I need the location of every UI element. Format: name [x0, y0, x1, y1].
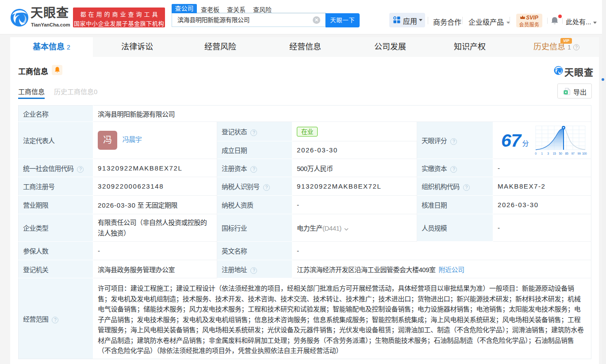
svg-text:3: 3: [547, 152, 549, 155]
svg-text:97: 97: [571, 152, 575, 155]
svg-text:0: 0: [535, 152, 537, 155]
svg-text:50: 50: [559, 152, 562, 155]
svg-text:100: 100: [582, 152, 587, 155]
svg-text:85: 85: [565, 152, 568, 155]
svg-text:1: 1: [541, 152, 543, 155]
svg-text:99: 99: [578, 152, 581, 155]
svg-text:15: 15: [553, 152, 556, 155]
